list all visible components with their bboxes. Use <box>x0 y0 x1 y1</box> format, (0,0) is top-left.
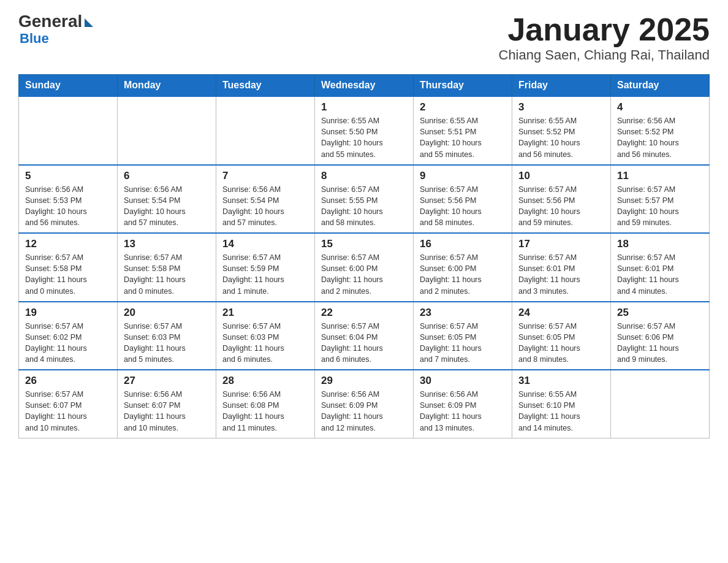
day-number: 3 <box>518 101 604 113</box>
calendar-cell: 3Sunrise: 6:55 AM Sunset: 5:52 PM Daylig… <box>512 96 611 165</box>
day-info: Sunrise: 6:57 AM Sunset: 6:02 PM Dayligh… <box>25 321 111 366</box>
day-number: 4 <box>617 101 703 113</box>
calendar-cell: 20Sunrise: 6:57 AM Sunset: 6:03 PM Dayli… <box>118 302 216 370</box>
calendar-cell: 22Sunrise: 6:57 AM Sunset: 6:04 PM Dayli… <box>315 302 414 370</box>
day-info: Sunrise: 6:57 AM Sunset: 5:59 PM Dayligh… <box>222 252 308 297</box>
calendar-cell: 10Sunrise: 6:57 AM Sunset: 5:56 PM Dayli… <box>512 165 611 234</box>
day-number: 2 <box>420 101 506 113</box>
calendar-cell: 30Sunrise: 6:56 AM Sunset: 6:09 PM Dayli… <box>414 370 512 438</box>
day-info: Sunrise: 6:55 AM Sunset: 5:50 PM Dayligh… <box>321 115 407 160</box>
day-number: 17 <box>518 238 604 250</box>
weekday-header-thursday: Thursday <box>414 75 512 97</box>
day-info: Sunrise: 6:56 AM Sunset: 5:52 PM Dayligh… <box>617 115 703 160</box>
calendar-cell: 6Sunrise: 6:56 AM Sunset: 5:54 PM Daylig… <box>118 165 216 234</box>
calendar-cell <box>216 96 315 165</box>
day-number: 31 <box>518 375 604 387</box>
logo-blue-text: Blue <box>20 31 49 46</box>
day-number: 11 <box>617 170 703 182</box>
day-info: Sunrise: 6:56 AM Sunset: 6:08 PM Dayligh… <box>222 389 308 434</box>
calendar-cell: 4Sunrise: 6:56 AM Sunset: 5:52 PM Daylig… <box>611 96 710 165</box>
calendar-cell: 11Sunrise: 6:57 AM Sunset: 5:57 PM Dayli… <box>611 165 710 234</box>
calendar-cell: 29Sunrise: 6:56 AM Sunset: 6:09 PM Dayli… <box>315 370 414 438</box>
day-info: Sunrise: 6:55 AM Sunset: 6:10 PM Dayligh… <box>518 389 604 434</box>
week-row-3: 12Sunrise: 6:57 AM Sunset: 5:58 PM Dayli… <box>19 233 710 302</box>
calendar-cell: 17Sunrise: 6:57 AM Sunset: 6:01 PM Dayli… <box>512 233 611 302</box>
day-info: Sunrise: 6:57 AM Sunset: 6:05 PM Dayligh… <box>518 321 604 366</box>
day-info: Sunrise: 6:55 AM Sunset: 5:52 PM Dayligh… <box>518 115 604 160</box>
day-number: 5 <box>25 170 111 182</box>
day-info: Sunrise: 6:57 AM Sunset: 5:58 PM Dayligh… <box>124 252 210 297</box>
page-header: General Blue January 2025 Chiang Saen, C… <box>18 12 710 63</box>
weekday-header-saturday: Saturday <box>611 75 710 97</box>
calendar-table: SundayMondayTuesdayWednesdayThursdayFrid… <box>18 74 710 439</box>
day-info: Sunrise: 6:57 AM Sunset: 6:07 PM Dayligh… <box>25 389 111 434</box>
calendar-cell: 24Sunrise: 6:57 AM Sunset: 6:05 PM Dayli… <box>512 302 611 370</box>
calendar-cell <box>19 96 118 165</box>
calendar-cell: 2Sunrise: 6:55 AM Sunset: 5:51 PM Daylig… <box>414 96 512 165</box>
day-info: Sunrise: 6:57 AM Sunset: 5:58 PM Dayligh… <box>25 252 111 297</box>
day-info: Sunrise: 6:56 AM Sunset: 6:09 PM Dayligh… <box>420 389 506 434</box>
calendar-cell: 14Sunrise: 6:57 AM Sunset: 5:59 PM Dayli… <box>216 233 315 302</box>
day-number: 26 <box>25 375 111 387</box>
day-info: Sunrise: 6:57 AM Sunset: 5:55 PM Dayligh… <box>321 184 407 229</box>
weekday-header-tuesday: Tuesday <box>216 75 315 97</box>
day-info: Sunrise: 6:57 AM Sunset: 6:01 PM Dayligh… <box>518 252 604 297</box>
page-subtitle: Chiang Saen, Chiang Rai, Thailand <box>499 47 710 63</box>
day-number: 21 <box>222 307 308 319</box>
calendar-cell: 8Sunrise: 6:57 AM Sunset: 5:55 PM Daylig… <box>315 165 414 234</box>
calendar-cell: 16Sunrise: 6:57 AM Sunset: 6:00 PM Dayli… <box>414 233 512 302</box>
day-number: 6 <box>124 170 210 182</box>
day-number: 23 <box>420 307 506 319</box>
day-info: Sunrise: 6:55 AM Sunset: 5:51 PM Dayligh… <box>420 115 506 160</box>
day-info: Sunrise: 6:57 AM Sunset: 6:06 PM Dayligh… <box>617 321 703 366</box>
week-row-1: 1Sunrise: 6:55 AM Sunset: 5:50 PM Daylig… <box>19 96 710 165</box>
day-number: 22 <box>321 307 407 319</box>
week-row-5: 26Sunrise: 6:57 AM Sunset: 6:07 PM Dayli… <box>19 370 710 438</box>
day-number: 14 <box>222 238 308 250</box>
calendar-cell: 28Sunrise: 6:56 AM Sunset: 6:08 PM Dayli… <box>216 370 315 438</box>
calendar-cell: 1Sunrise: 6:55 AM Sunset: 5:50 PM Daylig… <box>315 96 414 165</box>
day-number: 15 <box>321 238 407 250</box>
calendar-cell: 12Sunrise: 6:57 AM Sunset: 5:58 PM Dayli… <box>19 233 118 302</box>
day-info: Sunrise: 6:56 AM Sunset: 5:53 PM Dayligh… <box>25 184 111 229</box>
calendar-cell <box>611 370 710 438</box>
calendar-cell: 18Sunrise: 6:57 AM Sunset: 6:01 PM Dayli… <box>611 233 710 302</box>
weekday-header-wednesday: Wednesday <box>315 75 414 97</box>
day-number: 28 <box>222 375 308 387</box>
day-number: 29 <box>321 375 407 387</box>
calendar-cell: 13Sunrise: 6:57 AM Sunset: 5:58 PM Dayli… <box>118 233 216 302</box>
day-number: 9 <box>420 170 506 182</box>
day-number: 18 <box>617 238 703 250</box>
week-row-2: 5Sunrise: 6:56 AM Sunset: 5:53 PM Daylig… <box>19 165 710 234</box>
calendar-cell <box>118 96 216 165</box>
day-number: 7 <box>222 170 308 182</box>
calendar-cell: 23Sunrise: 6:57 AM Sunset: 6:05 PM Dayli… <box>414 302 512 370</box>
day-number: 25 <box>617 307 703 319</box>
day-number: 24 <box>518 307 604 319</box>
calendar-cell: 7Sunrise: 6:56 AM Sunset: 5:54 PM Daylig… <box>216 165 315 234</box>
logo-text: General <box>18 12 82 31</box>
calendar-cell: 19Sunrise: 6:57 AM Sunset: 6:02 PM Dayli… <box>19 302 118 370</box>
weekday-header-sunday: Sunday <box>19 75 118 97</box>
title-block: January 2025 Chiang Saen, Chiang Rai, Th… <box>499 12 710 63</box>
day-number: 30 <box>420 375 506 387</box>
day-number: 13 <box>124 238 210 250</box>
day-info: Sunrise: 6:57 AM Sunset: 6:03 PM Dayligh… <box>222 321 308 366</box>
day-number: 8 <box>321 170 407 182</box>
calendar-cell: 5Sunrise: 6:56 AM Sunset: 5:53 PM Daylig… <box>19 165 118 234</box>
logo: General Blue <box>18 12 93 46</box>
day-number: 10 <box>518 170 604 182</box>
day-info: Sunrise: 6:56 AM Sunset: 5:54 PM Dayligh… <box>222 184 308 229</box>
calendar-cell: 21Sunrise: 6:57 AM Sunset: 6:03 PM Dayli… <box>216 302 315 370</box>
day-number: 27 <box>124 375 210 387</box>
calendar-cell: 25Sunrise: 6:57 AM Sunset: 6:06 PM Dayli… <box>611 302 710 370</box>
day-info: Sunrise: 6:57 AM Sunset: 5:56 PM Dayligh… <box>518 184 604 229</box>
calendar-cell: 9Sunrise: 6:57 AM Sunset: 5:56 PM Daylig… <box>414 165 512 234</box>
calendar-cell: 31Sunrise: 6:55 AM Sunset: 6:10 PM Dayli… <box>512 370 611 438</box>
weekday-header-monday: Monday <box>118 75 216 97</box>
day-info: Sunrise: 6:57 AM Sunset: 6:01 PM Dayligh… <box>617 252 703 297</box>
day-number: 1 <box>321 101 407 113</box>
weekday-header-friday: Friday <box>512 75 611 97</box>
day-info: Sunrise: 6:57 AM Sunset: 6:04 PM Dayligh… <box>321 321 407 366</box>
week-row-4: 19Sunrise: 6:57 AM Sunset: 6:02 PM Dayli… <box>19 302 710 370</box>
